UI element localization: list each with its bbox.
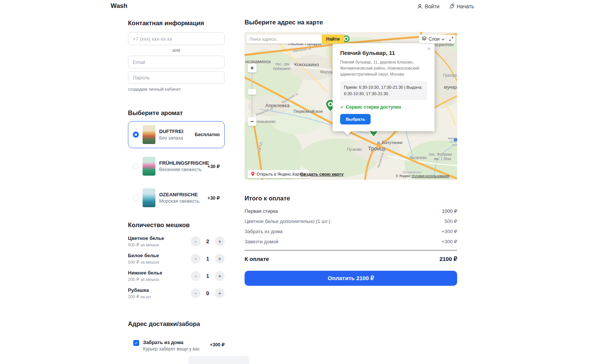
quantity-value: 2 — [201, 238, 215, 244]
zoom-in-button[interactable]: + — [248, 64, 257, 73]
phone-input[interactable] — [128, 32, 225, 45]
zoom-out-button[interactable]: − — [248, 117, 257, 126]
account-hint: создадим личный кабинет — [128, 87, 225, 91]
balloon-address: Певчий бульвар, 11, деревня Клоково, Фил… — [340, 59, 427, 77]
plus-button[interactable]: + — [215, 254, 225, 264]
zoom-slider-track[interactable] — [252, 73, 252, 118]
bag-name: Цветное белье — [128, 235, 164, 241]
map-label: мунарка — [444, 85, 457, 90]
map-label: Кокошкино — [294, 62, 319, 67]
aroma-price: Бесплатно — [195, 132, 220, 137]
map-label: Газопровод — [443, 73, 457, 77]
bag-name: Нижнее белье — [128, 270, 162, 276]
quantity-value: 1 — [201, 256, 215, 262]
page: Wash Войти Начать Контактная информация … — [0, 0, 602, 364]
header-nav: Войти Начать — [417, 3, 474, 9]
minus-button[interactable]: - — [191, 288, 201, 298]
or-label: или — [128, 48, 225, 53]
quantity-value: 1 — [201, 273, 215, 279]
address-title: Адрес доставки/забора — [128, 320, 225, 328]
summary-row: Завезти домой +300 ₽ — [245, 239, 457, 244]
open-in-yandex-link[interactable]: Открыть в Яндекс.Картах — [248, 170, 309, 178]
map-label: аэроп — [448, 136, 456, 140]
map-label: Крёкшино — [273, 67, 290, 71]
radio-icon[interactable] — [133, 163, 139, 169]
select-address-button[interactable]: Выбрать — [340, 114, 371, 124]
find-button[interactable]: Найти — [322, 35, 344, 44]
aroma-option-ozeanfrische[interactable]: OZEANFRISCHE Морская свежесть +30 ₽ — [128, 184, 225, 211]
product-image — [143, 125, 155, 144]
minus-button[interactable]: - — [191, 271, 201, 281]
layers-control[interactable]: Слои — [419, 35, 448, 43]
map-canvas[interactable]: Лесной ГородокМинское ш.нознаменскпос. с… — [245, 32, 457, 180]
plus-button[interactable]: + — [215, 271, 225, 281]
product-image — [143, 157, 155, 176]
bags-section: Количество мешков Цветное белье 500 ₽ за… — [128, 221, 225, 299]
check-icon: ✓ — [340, 105, 344, 110]
aroma-name: OZEANFRISCHE — [159, 192, 204, 197]
quantity-stepper: - 2 + — [191, 237, 225, 246]
pay-button[interactable]: Оплатить 2100 ₽ — [245, 271, 457, 286]
bag-name: Белое белье — [128, 253, 159, 258]
address-section: Адрес доставки/забора ✓ Забрать из дома … — [128, 320, 225, 352]
terms-link[interactable]: Условия использования — [412, 174, 449, 178]
copyright-label: © Яндекс — [396, 174, 410, 178]
quantity-stepper: - 1 + — [191, 271, 225, 281]
chevron-down-icon — [441, 36, 445, 42]
email-input[interactable] — [128, 56, 225, 68]
row-value: +300 ₽ — [442, 239, 457, 244]
minus-button[interactable]: - — [191, 254, 201, 264]
bag-row-white: Белое белье 500 ₽ за мешок - 1 + — [128, 253, 225, 265]
map-label: Пучково — [347, 147, 362, 152]
start-link[interactable]: Начать — [448, 3, 474, 9]
radio-selected-icon[interactable] — [133, 132, 139, 138]
row-label: Завезти домой — [245, 239, 278, 244]
map-label: Поливаново — [403, 170, 422, 174]
map-label: ртемьяново — [254, 119, 275, 124]
aroma-desc: Морская свежесть — [159, 199, 204, 204]
radio-icon[interactable] — [133, 195, 139, 201]
aroma-price: +30 ₽ — [207, 195, 220, 201]
aroma-option-duftfrei[interactable]: DUFTFREI Без запаха Бесплатно — [128, 121, 225, 148]
rocket-icon — [448, 3, 455, 9]
total-value: 2100 ₽ — [439, 256, 457, 262]
user-icon — [417, 4, 423, 9]
bag-row-shirt: Рубашка 200 ₽ за шт - 0 + — [128, 287, 225, 299]
pickup-option[interactable]: ✓ Забрать из дома Курьер заберет вещи у … — [128, 340, 225, 352]
map-label: Первомайское — [293, 109, 323, 114]
bag-price: 200 ₽ за шт — [128, 294, 151, 299]
row-value: 1000 ₽ — [442, 208, 457, 214]
row-label: Цветное белье дополнительно (1 шт.) — [245, 218, 330, 224]
map-title: Выберите адрес на карте — [245, 19, 323, 26]
map-label: д. Ватутинки — [377, 140, 403, 145]
address-search-input[interactable] — [246, 35, 322, 44]
row-value: 500 ₽ — [444, 218, 457, 224]
create-map-link[interactable]: Создать свою карту — [300, 172, 344, 176]
aroma-price: +30 ₽ — [207, 164, 220, 169]
password-input[interactable] — [128, 71, 225, 84]
map-balloon: × Певчий бульвар, 11 Певчий бульвар, 11,… — [333, 43, 435, 131]
open-in-yandex-label: Открыть в Яндекс.Картах — [257, 172, 306, 176]
checkbox-checked-icon[interactable]: ✓ — [133, 340, 139, 346]
minus-button[interactable]: - — [191, 237, 201, 246]
row-label: Первая стирка — [245, 208, 278, 214]
plus-button[interactable]: + — [215, 288, 225, 298]
contact-title: Контактная информация — [128, 20, 225, 27]
map-label: OSI — [452, 143, 457, 147]
aroma-desc: Весенняя свежесть — [159, 167, 204, 172]
option-desc: Курьер заберет вещи у вас — [143, 346, 206, 352]
brand-logo[interactable]: Wash — [111, 2, 128, 10]
balloon-schedule: Прием: 6:30-10:30, 17:30-21:30 | Выдача:… — [340, 81, 427, 100]
option-name: Забрать из дома — [143, 340, 206, 345]
aroma-section: Выберите аромат DUFTFREI Без запаха Бесп… — [128, 109, 225, 211]
aroma-option-fruehlingsfrische[interactable]: FRÜHLINGSFRISCHE Весенняя свежесть +30 ₽ — [128, 153, 225, 180]
fullscreen-button[interactable] — [447, 35, 455, 43]
bags-title: Количество мешков — [128, 221, 225, 229]
zoom-slider-handle[interactable]: ∷ — [248, 89, 256, 95]
map-label: пос. свх. — [275, 62, 290, 66]
plus-button[interactable]: + — [215, 237, 225, 246]
login-link[interactable]: Войти — [417, 3, 439, 9]
login-label: Войти — [425, 3, 439, 9]
close-icon[interactable]: × — [427, 46, 431, 52]
aroma-name: FRÜHLINGSFRISCHE — [159, 160, 204, 166]
